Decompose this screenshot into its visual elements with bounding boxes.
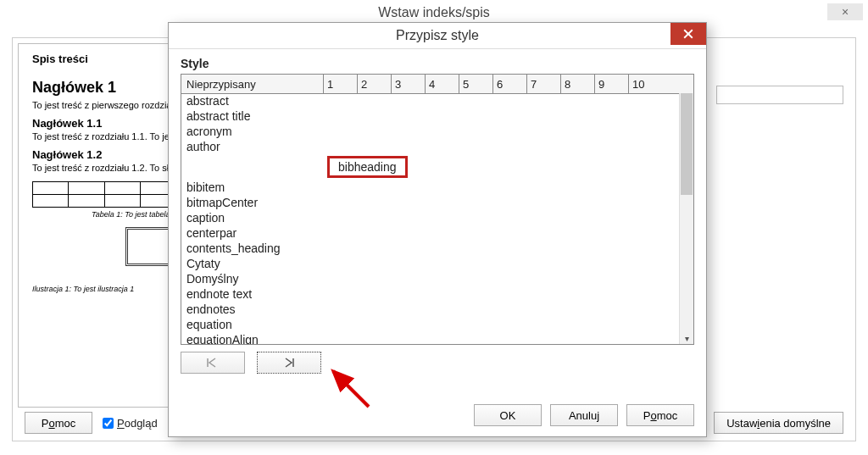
child-body: Style Nieprzypisany 1 2 3 4 5 6 7 8 9 10… (181, 57, 694, 387)
style-name[interactable]: Domyślny (181, 272, 324, 286)
header-col-10[interactable]: 10 (629, 75, 693, 93)
move-right-button[interactable] (257, 352, 321, 374)
style-name[interactable]: centerpar (181, 226, 324, 240)
header-col-5[interactable]: 5 (459, 75, 493, 93)
style-row: acronym (181, 124, 679, 139)
style-row: caption (181, 210, 679, 225)
style-name[interactable]: contents_heading (181, 241, 324, 255)
assign-styles-dialog: Przypisz style Style Nieprzypisany 1 2 3… (168, 22, 707, 437)
style-name[interactable]: abstract (181, 94, 324, 108)
style-name-highlighted[interactable]: bibheading (327, 156, 408, 178)
style-row: centerpar (181, 225, 679, 241)
styles-grid[interactable]: Nieprzypisany 1 2 3 4 5 6 7 8 9 10 abstr… (181, 74, 694, 345)
style-row: endnotes (181, 302, 679, 317)
style-row: equation (181, 317, 679, 332)
header-col-3[interactable]: 3 (392, 75, 426, 93)
style-name[interactable]: author (181, 140, 324, 153)
style-row: Cytaty (181, 256, 679, 271)
child-close-button[interactable] (670, 23, 706, 45)
style-name[interactable]: endnote text (181, 287, 324, 301)
parent-defaults-button[interactable]: Ustawienia domyślne (714, 412, 843, 434)
style-name[interactable]: bibitem (181, 180, 324, 194)
style-name[interactable]: equation (181, 318, 324, 331)
child-titlebar: Przypisz style (169, 23, 706, 49)
header-col-8[interactable]: 8 (561, 75, 595, 93)
scrollbar-down-icon[interactable]: ▾ (680, 332, 693, 344)
parent-title: Wstaw indeks/spis (0, 5, 868, 20)
style-row: abstract (181, 93, 679, 108)
style-row: equationAlign (181, 332, 679, 344)
header-col-4[interactable]: 4 (426, 75, 459, 93)
styles-list-wrap: abstract abstract title acronym author b… (181, 93, 693, 344)
parent-buttons-right: Ustawienia domyślne (714, 412, 843, 434)
style-row-bibheading[interactable]: bibheading (181, 159, 679, 175)
child-help-button[interactable]: Pomoc (626, 404, 694, 426)
go-first-icon (205, 357, 220, 369)
parent-buttons-left: Pomoc Podgląd (25, 412, 158, 434)
style-row: endnote text (181, 286, 679, 302)
parent-help-button[interactable]: Pomoc (25, 412, 92, 434)
style-name[interactable]: caption (181, 211, 324, 225)
style-name[interactable]: Cytaty (181, 257, 324, 270)
move-left-button[interactable] (181, 352, 245, 374)
style-name[interactable]: abstract title (181, 109, 324, 123)
go-last-icon (281, 357, 297, 369)
preview-checkbox-label: Podgląd (117, 417, 158, 430)
style-name[interactable]: equationAlign (181, 333, 324, 344)
cancel-button[interactable]: Anuluj (550, 404, 618, 426)
styles-grid-header: Nieprzypisany 1 2 3 4 5 6 7 8 9 10 (181, 75, 693, 94)
preview-checkbox-wrap[interactable]: Podgląd (103, 417, 158, 430)
style-row: author (181, 139, 679, 154)
preview-table (32, 181, 176, 208)
child-dialog-buttons: OK Anuluj Pomoc (474, 404, 694, 426)
preview-checkbox[interactable] (103, 418, 114, 429)
header-col-2[interactable]: 2 (358, 75, 392, 93)
style-row: bitmapCenter (181, 195, 679, 210)
close-icon (683, 29, 693, 39)
header-col-1[interactable]: 1 (324, 75, 358, 93)
style-name[interactable]: endnotes (181, 302, 324, 316)
level-nav-buttons (181, 352, 694, 374)
close-icon: × (842, 5, 849, 19)
preview-table-caption: Tabela 1: To jest tabela 1 (32, 210, 176, 219)
style-row: Domyślny (181, 271, 679, 286)
scrollbar-thumb[interactable] (681, 93, 693, 195)
parent-title-input[interactable] (716, 86, 843, 104)
styles-scrollbar[interactable]: ▾ (679, 93, 693, 344)
style-row: abstract title (181, 108, 679, 124)
header-col-7[interactable]: 7 (527, 75, 561, 93)
style-name[interactable]: bitmapCenter (181, 196, 324, 209)
child-title: Przypisz style (396, 28, 479, 43)
style-row: contents_heading (181, 241, 679, 256)
header-col-6[interactable]: 6 (493, 75, 527, 93)
style-row: bibitem (181, 180, 679, 195)
header-col-unassigned[interactable]: Nieprzypisany (181, 75, 324, 93)
styles-label: Style (181, 57, 694, 70)
styles-list[interactable]: abstract abstract title acronym author b… (181, 93, 679, 344)
ok-button[interactable]: OK (474, 404, 542, 426)
parent-close-button[interactable]: × (827, 3, 863, 20)
style-name[interactable]: acronym (181, 125, 324, 138)
header-col-9[interactable]: 9 (595, 75, 629, 93)
